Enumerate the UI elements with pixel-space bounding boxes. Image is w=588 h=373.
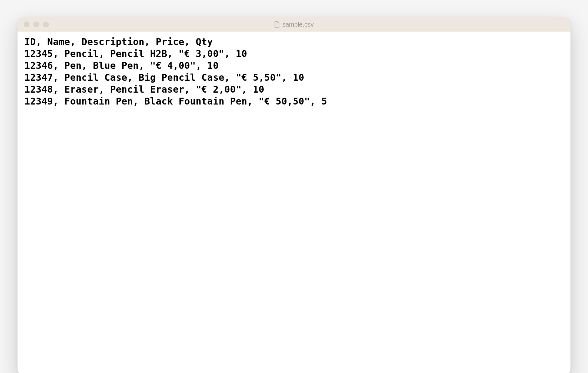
titlebar[interactable]: sample.csv [18, 17, 570, 32]
document-icon [274, 21, 280, 28]
close-button[interactable] [24, 22, 29, 27]
minimize-button[interactable] [33, 22, 39, 27]
maximize-button[interactable] [43, 22, 49, 27]
editor-content[interactable]: ID, Name, Description, Price, Qty 12345,… [18, 32, 570, 373]
window-title-group: sample.csv [274, 21, 314, 28]
window-controls [24, 22, 49, 27]
file-text[interactable]: ID, Name, Description, Price, Qty 12345,… [24, 36, 564, 108]
window-title: sample.csv [282, 21, 314, 28]
text-editor-window: sample.csv ID, Name, Description, Price,… [18, 17, 570, 373]
